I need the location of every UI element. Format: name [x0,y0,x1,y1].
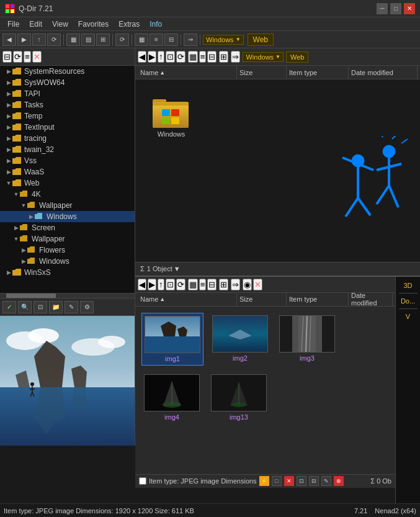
file-item-windows[interactable]: Windows [148,92,195,143]
tree-item-vss[interactable]: ▶ Vss [0,155,135,166]
expand-icon[interactable]: ▶ [5,146,12,153]
tree-sort-btn[interactable]: ≡ [24,51,31,63]
tree-item-textinput[interactable]: ▶ TextInput [0,122,135,133]
status-checkbox[interactable] [139,477,146,485]
tr-path-dropdown[interactable]: Windows [243,52,284,62]
obj-count-dropdown[interactable]: ▼ [174,265,181,272]
expand-icon[interactable]: ▶ [5,269,12,276]
file-list-content[interactable]: Windows [135,79,420,262]
menu-favorites[interactable]: Favorites [73,19,114,30]
thumb-item-img4[interactable]: img4 [141,372,202,423]
tr-refresh-btn[interactable]: ⟳ [176,51,185,63]
br-view3-btn[interactable]: ⊟ [207,279,217,290]
tr-view3-btn[interactable]: ⊟ [207,51,217,63]
status-btn4[interactable]: ⊡ [297,476,306,486]
tree-scrollbar-h[interactable] [0,293,135,298]
tree-item-winsxs[interactable]: ▶ WinSxS [0,267,135,278]
expand-icon[interactable]: ▼ [20,202,27,209]
thumb-item-img13[interactable]: img13 [208,372,269,423]
status-btn6[interactable]: ✎ [321,476,331,486]
expand-icon[interactable]: ▶ [20,246,27,254]
close-button[interactable]: ✕ [404,3,415,14]
nav-back-button[interactable]: ◀ [2,34,16,46]
copy-btn[interactable]: ⇒ [184,34,197,46]
expand-icon[interactable]: ▶ [5,112,12,120]
tree-item-tasks[interactable]: ▶ Tasks [0,99,135,110]
tree-item-flowers[interactable]: ▶ Flowers [0,245,135,256]
nav-forward-button[interactable]: ▶ [17,34,31,46]
label-3d[interactable]: 3D [402,279,413,292]
br-view2-btn[interactable]: ≡ [199,279,207,290]
expand-icon[interactable]: ▶ [5,79,12,86]
br-view1-btn[interactable]: ▦ [188,279,198,290]
layout-btn1[interactable]: ▦ [66,34,80,46]
br-nav2-btn[interactable]: ◉ [243,279,252,290]
refresh-button[interactable]: ⟳ [47,34,61,46]
tree-close-btn[interactable]: ✕ [32,51,42,63]
thumb-item-img3[interactable]: img3 [277,313,337,366]
expand-icon[interactable]: ▶ [27,213,35,220]
menu-view[interactable]: View [47,19,73,30]
menu-file[interactable]: File [2,19,24,30]
status-btn5[interactable]: ⊟ [309,476,319,486]
expand-icon[interactable]: ▼ [5,179,12,187]
br-back-btn[interactable]: ◀ [138,279,146,290]
expand-icon[interactable]: ▶ [12,224,20,232]
status-btn3[interactable]: ✕ [284,476,294,486]
search-btn[interactable]: 🔍 [18,301,32,313]
thumb-item-img2[interactable]: img2 [210,313,270,366]
br-copy-btn[interactable]: ⇒ [231,279,240,290]
br-forward-btn[interactable]: ▶ [148,279,156,290]
view-btn1[interactable]: ▦ [135,34,148,46]
file-tree[interactable]: ▶ SystemResources ▶ SysWOW64 ▶ TAPI [0,66,135,293]
label-dow[interactable]: Do... [400,295,416,307]
tree-collapse-btn[interactable]: ⊟ [2,51,12,63]
label-v[interactable]: V [404,310,411,323]
tr-copy-btn[interactable]: ⇒ [231,51,240,63]
br-nav-btn[interactable]: ⊡ [166,279,175,290]
tree-item-wallpaper-4k[interactable]: ▼ Wallpaper [0,200,135,211]
menu-info[interactable]: Info [145,19,167,30]
expand-icon[interactable]: ▼ [12,235,20,243]
tree-item-screen[interactable]: ▶ Screen [0,222,135,233]
expand-icon[interactable]: ▶ [5,168,12,176]
expand-icon[interactable]: ▶ [5,90,12,97]
minimize-button[interactable]: ─ [377,3,388,14]
thumbnail-grid[interactable]: img1 [135,307,395,474]
menu-extras[interactable]: Extras [114,19,145,30]
tr-back-btn[interactable]: ◀ [138,51,146,63]
check-btn[interactable]: ✓ [2,301,16,313]
tree-item-tracing[interactable]: ▶ tracing [0,133,135,144]
tree-item-syswow64[interactable]: ▶ SysWOW64 [0,77,135,88]
tr-forward-btn[interactable]: ▶ [148,51,156,63]
expand-icon[interactable]: ▶ [5,157,12,164]
expand-icon[interactable]: ▶ [5,101,12,109]
tree-refresh-btn[interactable]: ⟳ [13,51,22,63]
tr-view1-btn[interactable]: ▦ [188,51,198,63]
br-refresh-btn[interactable]: ⟳ [176,279,185,290]
settings-btn[interactable]: ⚙ [80,301,94,313]
path-dropdown[interactable]: Windows [203,35,244,45]
layout-btn2[interactable]: ▤ [81,34,95,46]
expand-icon[interactable]: ▶ [5,68,12,75]
tree-item-windows-web[interactable]: ▶ Windows [0,256,135,267]
script-btn[interactable]: ✎ [65,301,78,313]
view-btn2[interactable]: ≡ [150,34,163,46]
view-btn3[interactable]: ⊟ [164,34,178,46]
expand-icon[interactable]: ▼ [12,191,20,198]
expand-icon[interactable]: ▶ [5,124,12,131]
expand-icon[interactable]: ▶ [20,258,27,265]
br-up-btn[interactable]: ↑ [158,279,164,290]
tree-item-windows-4k[interactable]: ▶ Windows [0,211,135,222]
expand-icon[interactable]: ▶ [5,135,12,142]
tr-nav-btn[interactable]: ⊡ [166,51,175,63]
tree-item-waas[interactable]: ▶ WaaS [0,166,135,178]
tree-item-twain32[interactable]: ▶ twain_32 [0,144,135,155]
br-close-btn[interactable]: ✕ [253,279,262,290]
tree-item-4k[interactable]: ▼ 4K [0,189,135,200]
monitor-btn[interactable]: ⊡ [34,301,47,313]
maximize-button[interactable]: □ [390,3,401,14]
nav-up-button[interactable]: ↑ [32,34,46,46]
refresh-btn2[interactable]: ⟳ [115,34,129,46]
tree-item-systemresources[interactable]: ▶ SystemResources [0,66,135,77]
